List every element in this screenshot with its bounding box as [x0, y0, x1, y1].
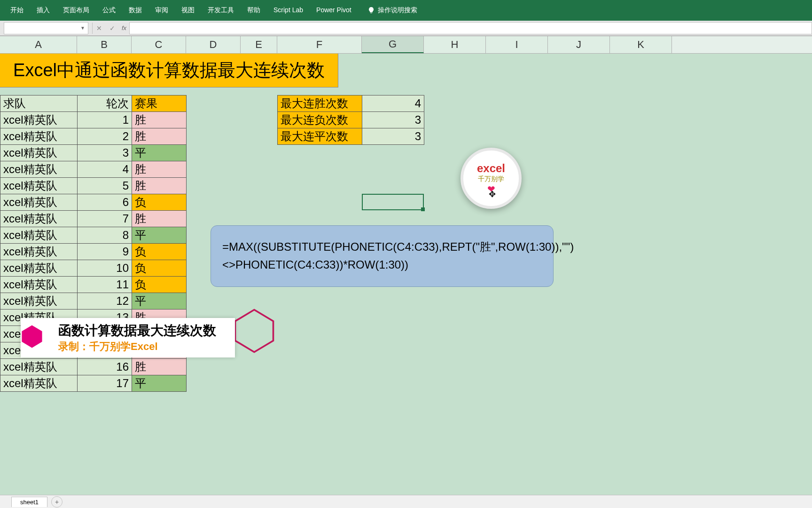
cell[interactable]: xcel精英队 [0, 112, 78, 128]
hexagon-outline-icon [233, 308, 275, 355]
cell[interactable]: 12 [78, 293, 132, 310]
cell[interactable]: 胜 [132, 161, 187, 178]
cell[interactable]: 胜 [132, 359, 187, 375]
cell[interactable]: 平 [132, 227, 187, 244]
grid-body[interactable]: Excel中通过函数计算数据最大连续次数 求队轮次赛果xcel精英队1胜xcel… [0, 54, 812, 505]
formula-input[interactable] [129, 22, 812, 34]
title-merged-cell[interactable]: Excel中通过函数计算数据最大连续次数 [0, 54, 338, 87]
table-row: xcel精英队4胜 [0, 161, 187, 178]
table-row: 最大连负次数3 [278, 112, 424, 128]
tell-me-search[interactable]: 操作说明搜索 [367, 6, 417, 15]
cell[interactable]: 胜 [132, 128, 187, 145]
cell[interactable]: 9 [78, 244, 132, 260]
cell[interactable]: 16 [78, 359, 132, 375]
cell[interactable]: 2 [78, 128, 132, 145]
ribbon-tab[interactable]: 插入 [30, 1, 56, 19]
cell[interactable]: 负 [132, 244, 187, 260]
cell[interactable]: 最大连胜次数 [278, 95, 362, 112]
table-row: xcel精英队12平 [0, 293, 187, 310]
formula-bar: ▼ ✕ ✓ fx [0, 21, 812, 36]
sheet-tab[interactable]: sheet1 [11, 497, 47, 507]
cell[interactable]: 最大连负次数 [278, 112, 362, 128]
ribbon-tab[interactable]: 审阅 [148, 1, 175, 19]
column-headers: ABCDEFGHIJK [0, 36, 812, 54]
table-row: 最大连胜次数4 [278, 95, 424, 112]
active-cell-selection[interactable] [362, 194, 424, 210]
chevron-down-icon[interactable]: ▼ [80, 25, 85, 31]
table-row: xcel精英队10负 [0, 260, 187, 277]
column-header[interactable]: C [132, 36, 186, 53]
ribbon-tab[interactable]: 视图 [175, 1, 201, 19]
cell[interactable]: 10 [78, 260, 132, 277]
cell[interactable]: xcel精英队 [0, 260, 78, 277]
ribbon-tab[interactable]: 帮助 [241, 1, 267, 19]
column-header[interactable]: B [77, 36, 132, 53]
ribbon-tab[interactable]: 公式 [96, 1, 122, 19]
cell[interactable]: xcel精英队 [0, 161, 78, 178]
cell[interactable]: xcel精英队 [0, 194, 78, 211]
cell[interactable]: 平 [132, 293, 187, 310]
table-row: xcel精英队8平 [0, 227, 187, 244]
cell[interactable]: 1 [78, 112, 132, 128]
cell[interactable]: xcel精英队 [0, 128, 78, 145]
cell[interactable]: 负 [132, 194, 187, 211]
cell[interactable]: 17 [78, 375, 132, 392]
table-header[interactable]: 赛果 [132, 95, 187, 112]
cell[interactable]: 胜 [132, 178, 187, 194]
column-header[interactable]: F [277, 36, 362, 53]
column-header[interactable]: A [0, 36, 77, 53]
ribbon-tab[interactable]: Script Lab [267, 1, 310, 19]
cell[interactable]: 7 [78, 211, 132, 227]
cell[interactable]: xcel精英队 [0, 178, 78, 194]
cell[interactable]: xcel精英队 [0, 244, 78, 260]
column-header[interactable]: K [610, 36, 672, 53]
cell[interactable]: 4 [78, 161, 132, 178]
spreadsheet-grid: ABCDEFGHIJK Excel中通过函数计算数据最大连续次数 求队轮次赛果x… [0, 36, 812, 505]
cell[interactable]: 6 [78, 194, 132, 211]
cell[interactable]: 胜 [132, 211, 187, 227]
column-header[interactable]: J [548, 36, 610, 53]
cell[interactable]: 胜 [132, 112, 187, 128]
cell[interactable]: xcel精英队 [0, 211, 78, 227]
cell[interactable]: 平 [132, 145, 187, 161]
cancel-formula-button[interactable]: ✕ [93, 22, 106, 35]
ribbon-tab[interactable]: 页面布局 [56, 1, 96, 19]
cell[interactable]: xcel精英队 [0, 227, 78, 244]
column-header[interactable]: H [424, 36, 486, 53]
cell[interactable]: xcel精英队 [0, 145, 78, 161]
watermark-logo: excel 千万别学 ❤ [461, 148, 522, 209]
cell[interactable]: 3 [78, 145, 132, 161]
cell[interactable]: xcel精英队 [0, 277, 78, 293]
table-row: xcel精英队9负 [0, 244, 187, 260]
column-header[interactable]: I [486, 36, 548, 53]
table-header[interactable]: 轮次 [78, 95, 132, 112]
ribbon: 开始插入页面布局公式数据审阅视图开发工具帮助Script LabPower Pi… [0, 0, 812, 21]
ribbon-tab[interactable]: 数据 [122, 1, 148, 19]
fx-icon[interactable]: fx [122, 24, 126, 32]
cell[interactable]: 负 [132, 277, 187, 293]
cell[interactable]: 3 [362, 128, 424, 145]
cell[interactable]: 最大连平次数 [278, 128, 362, 145]
ribbon-tab[interactable]: Power Pivot [310, 1, 358, 19]
cell[interactable]: xcel精英队 [0, 375, 78, 392]
cell[interactable]: 4 [362, 95, 424, 112]
table-row: xcel精英队1胜 [0, 112, 187, 128]
ribbon-tab[interactable]: 开发工具 [201, 1, 241, 19]
cell[interactable]: 8 [78, 227, 132, 244]
cell[interactable]: 平 [132, 375, 187, 392]
column-header[interactable]: D [186, 36, 241, 53]
cell[interactable]: 负 [132, 260, 187, 277]
table-header[interactable]: 求队 [0, 95, 78, 112]
enter-formula-button[interactable]: ✓ [106, 22, 119, 35]
column-header[interactable]: G [362, 36, 424, 53]
add-sheet-button[interactable]: + [51, 496, 62, 508]
cell[interactable]: 11 [78, 277, 132, 293]
name-box[interactable]: ▼ [4, 22, 88, 34]
table-row: xcel精英队11负 [0, 277, 187, 293]
column-header[interactable]: E [241, 36, 277, 53]
cell[interactable]: 5 [78, 178, 132, 194]
ribbon-tab[interactable]: 开始 [4, 1, 30, 19]
cell[interactable]: 3 [362, 112, 424, 128]
cell[interactable]: xcel精英队 [0, 359, 78, 375]
cell[interactable]: xcel精英队 [0, 293, 78, 310]
